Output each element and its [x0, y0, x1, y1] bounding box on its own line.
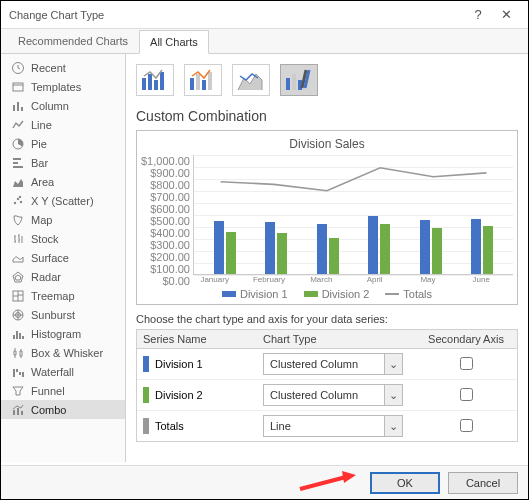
- titlebar: Change Chart Type ? ✕: [1, 1, 528, 29]
- series-row-division2: Division 2Clustered Column⌄: [137, 380, 517, 411]
- series-table: Series Name Chart Type Secondary Axis Di…: [136, 329, 518, 442]
- svg-rect-20: [16, 331, 18, 339]
- combo-subtype-2[interactable]: [184, 64, 222, 96]
- sidebar-item-label: Treemap: [31, 290, 75, 302]
- combo-subtype-1[interactable]: [136, 64, 174, 96]
- secondary-axis-checkbox[interactable]: [460, 419, 473, 432]
- recent-icon: [11, 61, 25, 75]
- tabs: Recommended Charts All Charts: [1, 29, 528, 54]
- svg-rect-3: [17, 102, 19, 111]
- combo-subtype-3[interactable]: [232, 64, 270, 96]
- sidebar-item-templates[interactable]: Templates: [1, 77, 125, 96]
- svg-point-12: [20, 200, 22, 202]
- svg-rect-37: [202, 80, 206, 90]
- sidebar-item-label: Templates: [31, 81, 81, 93]
- legend: Division 1 Division 2 Totals: [141, 284, 513, 300]
- column-icon: [11, 99, 25, 113]
- sidebar-item-label: Map: [31, 214, 52, 226]
- sidebar-item-label: Radar: [31, 271, 61, 283]
- sidebar-item-label: Recent: [31, 62, 66, 74]
- series-row-totals: TotalsLine⌄: [137, 411, 517, 441]
- svg-rect-22: [22, 336, 24, 339]
- combo-subtype-row: [136, 62, 518, 106]
- svg-rect-23: [13, 369, 15, 377]
- sidebar-item-bar[interactable]: Bar: [1, 153, 125, 172]
- templates-icon: [11, 80, 25, 94]
- sidebar-item-funnel[interactable]: Funnel: [1, 381, 125, 400]
- close-button[interactable]: ✕: [492, 7, 520, 22]
- svg-rect-6: [13, 158, 21, 160]
- combo-subtype-custom[interactable]: [280, 64, 318, 96]
- svg-rect-39: [286, 78, 290, 90]
- sidebar-item-combo[interactable]: Combo: [1, 400, 125, 419]
- sidebar-item-histogram[interactable]: Histogram: [1, 324, 125, 343]
- stock-icon: [11, 232, 25, 246]
- treemap-icon: [11, 289, 25, 303]
- radar-icon: [11, 270, 25, 284]
- sidebar-item-surface[interactable]: Surface: [1, 248, 125, 267]
- sidebar-item-line[interactable]: Line: [1, 115, 125, 134]
- sidebar-item-area[interactable]: Area: [1, 172, 125, 191]
- sidebar-item-sunburst[interactable]: Sunburst: [1, 305, 125, 324]
- svg-rect-1: [13, 83, 23, 91]
- series-name-label: Division 2: [155, 389, 203, 401]
- secondary-axis-checkbox[interactable]: [460, 388, 473, 401]
- y-axis: $1,000.00$900.00$800.00$700.00$600.00$50…: [141, 155, 193, 275]
- svg-rect-32: [148, 74, 152, 90]
- sidebar-item-column[interactable]: Column: [1, 96, 125, 115]
- window-title: Change Chart Type: [9, 9, 464, 21]
- series-swatch-icon: [143, 387, 149, 403]
- svg-marker-9: [13, 179, 23, 187]
- sidebar-item-boxwhisker[interactable]: Box & Whisker: [1, 343, 125, 362]
- legend-item-division2: Division 2: [304, 288, 370, 300]
- ok-button[interactable]: OK: [370, 472, 440, 494]
- tab-recommended-charts[interactable]: Recommended Charts: [7, 29, 139, 53]
- sunburst-icon: [11, 308, 25, 322]
- svg-rect-33: [154, 80, 158, 90]
- section-title: Custom Combination: [136, 108, 518, 124]
- series-prompt: Choose the chart type and axis for your …: [136, 311, 518, 329]
- svg-rect-4: [21, 107, 23, 111]
- sidebar-item-recent[interactable]: Recent: [1, 58, 125, 77]
- help-button[interactable]: ?: [464, 7, 492, 22]
- svg-rect-24: [16, 369, 18, 372]
- svg-rect-35: [190, 78, 194, 90]
- svg-rect-28: [13, 410, 15, 415]
- col-secondary-axis: Secondary Axis: [421, 333, 511, 345]
- sidebar-item-waterfall[interactable]: Waterfall: [1, 362, 125, 381]
- series-name-label: Division 1: [155, 358, 203, 370]
- sidebar-item-treemap[interactable]: Treemap: [1, 286, 125, 305]
- area-icon: [11, 175, 25, 189]
- sidebar-item-radar[interactable]: Radar: [1, 267, 125, 286]
- chevron-down-icon: ⌄: [384, 416, 402, 436]
- chart-type-dropdown[interactable]: Clustered Column⌄: [263, 353, 403, 375]
- secondary-axis-checkbox[interactable]: [460, 357, 473, 370]
- sidebar-item-map[interactable]: Map: [1, 210, 125, 229]
- sidebar-item-scatter[interactable]: X Y (Scatter): [1, 191, 125, 210]
- col-chart-type: Chart Type: [263, 333, 421, 345]
- chevron-down-icon: ⌄: [384, 354, 402, 374]
- tab-all-charts[interactable]: All Charts: [139, 30, 209, 54]
- svg-rect-36: [196, 74, 200, 90]
- sidebar-item-stock[interactable]: Stock: [1, 229, 125, 248]
- svg-rect-2: [13, 105, 15, 111]
- svg-rect-34: [160, 72, 164, 90]
- chevron-down-icon: ⌄: [384, 385, 402, 405]
- svg-rect-30: [21, 411, 23, 415]
- svg-marker-15: [15, 275, 21, 280]
- chart-type-dropdown[interactable]: Clustered Column⌄: [263, 384, 403, 406]
- sidebar-item-label: Line: [31, 119, 52, 131]
- sidebar-item-pie[interactable]: Pie: [1, 134, 125, 153]
- cancel-button[interactable]: Cancel: [448, 472, 518, 494]
- sidebar-item-label: Stock: [31, 233, 59, 245]
- svg-point-13: [19, 195, 21, 197]
- svg-rect-7: [13, 162, 18, 164]
- series-swatch-icon: [143, 418, 149, 434]
- svg-point-10: [14, 201, 16, 203]
- svg-rect-40: [292, 74, 296, 90]
- chart-type-dropdown[interactable]: Line⌄: [263, 415, 403, 437]
- sidebar-item-label: Histogram: [31, 328, 81, 340]
- legend-item-totals: Totals: [385, 288, 432, 300]
- waterfall-icon: [11, 365, 25, 379]
- sidebar-item-label: Column: [31, 100, 69, 112]
